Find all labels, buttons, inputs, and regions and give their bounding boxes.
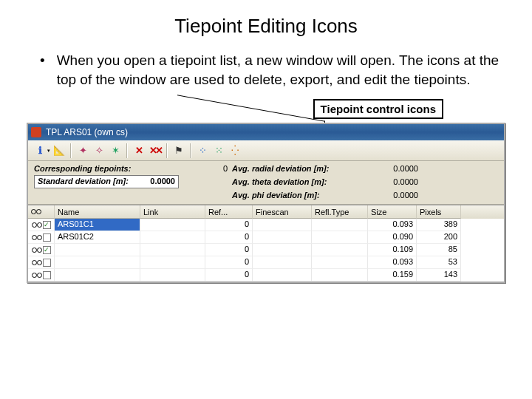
- cell-refltype: [312, 256, 368, 269]
- row-checkbox[interactable]: ✓: [43, 221, 51, 229]
- row-checkbox[interactable]: [43, 233, 51, 242]
- cell-ref: 0: [205, 269, 253, 282]
- cell-link: [140, 269, 205, 282]
- tiepoint-icon-2[interactable]: ✧: [92, 143, 106, 158]
- avg-phi-label: Avg. phi deviation [m]:: [232, 191, 372, 200]
- table-row[interactable]: 00.159143: [28, 269, 504, 282]
- cell-pixels: 53: [417, 256, 461, 269]
- binoculars-icon: [31, 208, 41, 216]
- cell-link: [140, 244, 205, 256]
- bullet-dot: •: [40, 51, 45, 89]
- table-row[interactable]: ✓00.10985: [28, 244, 504, 256]
- col-refltype[interactable]: Refl.Type: [312, 205, 368, 219]
- delete-icon[interactable]: ✕: [132, 143, 146, 158]
- row-checkbox[interactable]: [43, 259, 51, 267]
- table-row[interactable]: ARS01C200.090200: [28, 231, 504, 244]
- info-icon[interactable]: ℹ: [33, 143, 47, 158]
- cell-size: 0.090: [368, 231, 417, 244]
- binoculars-icon: [32, 246, 42, 254]
- cell-name: [55, 269, 140, 282]
- col-finescan[interactable]: Finescan: [253, 205, 312, 219]
- stats-panel: Corresponding tiepoints: 0 Avg. radial d…: [28, 161, 504, 205]
- bullet-text: When you open a tiepoint list, a new win…: [57, 51, 510, 89]
- cell-pixels: 85: [417, 244, 461, 256]
- scatter-icon-3[interactable]: ⁛: [228, 143, 242, 158]
- cell-pixels: 143: [417, 269, 461, 282]
- avg-radial-value: 0.0000: [377, 164, 418, 173]
- cell-finescan: [253, 256, 312, 269]
- bullet-item: • When you open a tiepoint list, a new w…: [40, 51, 510, 89]
- chevron-down-icon[interactable]: ▾: [47, 148, 50, 154]
- avg-phi-value: 0.0000: [377, 191, 418, 200]
- avg-theta-label: Avg. theta deviation [m]:: [232, 177, 372, 186]
- avg-theta-value: 0.0000: [377, 177, 418, 186]
- tiepoint-table: Name Link Ref... Finescan Refl.Type Size…: [28, 205, 504, 282]
- cell-size: 0.109: [368, 244, 417, 256]
- row-checkbox[interactable]: ✓: [43, 246, 51, 254]
- page-title: Tiepoint Editing Icons: [22, 15, 510, 38]
- col-ref[interactable]: Ref...: [205, 205, 253, 219]
- row-checkbox[interactable]: [43, 271, 51, 279]
- col-link[interactable]: Link: [140, 205, 205, 219]
- corresp-value: 0: [186, 164, 228, 173]
- tiepoint-icon-1[interactable]: ✦: [75, 143, 90, 158]
- cell-refltype: [312, 219, 368, 231]
- cell-finescan: [253, 231, 312, 244]
- cell-name: [55, 244, 140, 256]
- cell-name: ARS01C2: [55, 231, 140, 244]
- cell-finescan: [253, 219, 312, 231]
- cell-finescan: [253, 269, 312, 282]
- cell-size: 0.093: [368, 256, 417, 269]
- row-icons: [28, 256, 55, 269]
- scatter-icon-2[interactable]: ⁙: [211, 143, 226, 158]
- toolbar: ℹ ▾ 📐 ✦ ✧ ✶ ✕ ✕✕ ⚑ ⁘ ⁙ ⁛: [28, 140, 504, 161]
- row-icons: [28, 269, 55, 282]
- binoculars-icon: [32, 259, 42, 267]
- col-icon[interactable]: [28, 205, 55, 219]
- cell-pixels: 200: [417, 231, 461, 244]
- row-icons: ✓: [28, 244, 55, 256]
- cell-refltype: [312, 269, 368, 282]
- binoculars-icon: [32, 233, 42, 242]
- row-icons: [28, 231, 55, 244]
- binoculars-icon: [32, 271, 42, 279]
- window-titlebar[interactable]: TPL ARS01 (own cs): [28, 124, 504, 140]
- table-row[interactable]: ✓ARS01C100.093389: [28, 219, 504, 231]
- window-title: TPL ARS01 (own cs): [46, 127, 128, 137]
- std-label: Standard deviation [m]:: [35, 176, 137, 188]
- cell-ref: 0: [205, 256, 253, 269]
- scatter-icon-1[interactable]: ⁘: [195, 143, 210, 158]
- binoculars-icon: [32, 221, 42, 229]
- row-icons: ✓: [28, 219, 55, 231]
- cell-finescan: [253, 244, 312, 256]
- tiepoint-icon-3[interactable]: ✶: [108, 143, 123, 158]
- toolbar-separator: [70, 143, 72, 158]
- cell-name: ARS01C1: [55, 219, 140, 231]
- app-icon: [31, 127, 41, 137]
- col-pixels[interactable]: Pixels: [417, 205, 461, 219]
- table-row[interactable]: 00.09353: [28, 256, 504, 269]
- flag-icon[interactable]: ⚑: [171, 143, 186, 158]
- callout-label: Tiepoint control icons: [313, 99, 443, 119]
- col-name[interactable]: Name: [55, 205, 140, 219]
- toolbar-separator: [166, 143, 168, 158]
- cell-pixels: 389: [417, 219, 461, 231]
- cell-size: 0.159: [368, 269, 417, 282]
- toolbar-separator: [190, 143, 191, 158]
- std-value: 0.0000: [137, 176, 178, 188]
- tiepoint-window: TPL ARS01 (own cs) ℹ ▾ 📐 ✦ ✧ ✶ ✕ ✕✕ ⚑ ⁘ …: [27, 123, 505, 283]
- cell-size: 0.093: [368, 219, 417, 231]
- col-size[interactable]: Size: [368, 205, 417, 219]
- cell-ref: 0: [205, 231, 253, 244]
- cell-name: [55, 256, 140, 269]
- cell-ref: 0: [205, 219, 253, 231]
- avg-radial-label: Avg. radial deviation [m]:: [232, 164, 372, 173]
- ruler-icon[interactable]: 📐: [52, 143, 66, 158]
- corresp-label: Corresponding tiepoints:: [34, 164, 182, 173]
- cell-link: [140, 231, 205, 244]
- cell-refltype: [312, 244, 368, 256]
- cell-link: [140, 219, 205, 231]
- table-header[interactable]: Name Link Ref... Finescan Refl.Type Size…: [28, 205, 504, 219]
- delete-all-icon[interactable]: ✕✕: [148, 143, 163, 158]
- toolbar-separator: [126, 143, 128, 158]
